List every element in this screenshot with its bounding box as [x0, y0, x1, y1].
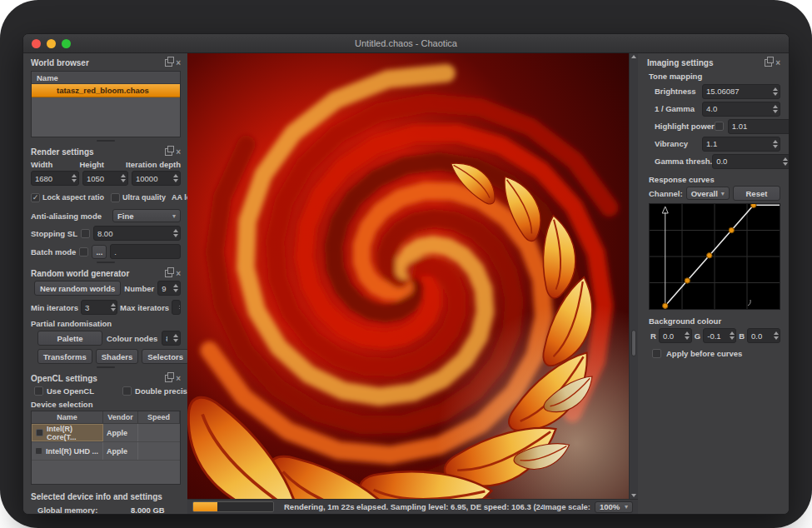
min-iterators-input[interactable]	[82, 301, 109, 314]
stopping-sl-input[interactable]	[94, 227, 171, 240]
spinner-up-icon[interactable]	[173, 284, 178, 287]
batch-path-field[interactable]	[110, 244, 181, 259]
spinner-down-icon[interactable]	[121, 179, 126, 182]
world-browser-list[interactable]: Name tatasz_red_bloom.chaos	[31, 71, 181, 137]
brightness-field[interactable]	[702, 84, 780, 99]
brightness-input[interactable]	[703, 85, 770, 98]
spinner-up-icon[interactable]	[773, 87, 778, 91]
red-input[interactable]	[660, 329, 684, 342]
spinner-down-icon[interactable]	[773, 110, 778, 113]
column-speed[interactable]: Speed	[138, 411, 180, 423]
device-vendor-cell[interactable]: Apple	[103, 424, 138, 441]
gamma-input[interactable]	[703, 102, 770, 116]
highlight-power-input[interactable]	[729, 120, 789, 133]
response-curve-editor[interactable]	[649, 203, 780, 310]
splitter-grip[interactable]	[31, 259, 181, 266]
spinner-up-icon[interactable]	[72, 174, 77, 177]
spinner-up-icon[interactable]	[773, 140, 778, 143]
float-panel-icon[interactable]	[165, 148, 172, 156]
colour-nodes-field[interactable]	[162, 331, 181, 346]
device-speed-cell[interactable]	[138, 442, 180, 460]
close-window-button[interactable]	[32, 39, 41, 48]
device-row[interactable]: Intel(R) UHD ... Apple	[32, 442, 180, 461]
close-panel-icon[interactable]: ×	[176, 270, 181, 277]
batch-path-input[interactable]	[111, 245, 180, 258]
close-panel-icon[interactable]: ×	[775, 59, 780, 67]
width-input[interactable]	[32, 172, 69, 185]
minimize-window-button[interactable]	[47, 39, 56, 48]
close-panel-icon[interactable]: ×	[176, 148, 181, 156]
spinner-down-icon[interactable]	[685, 336, 690, 340]
spinner-down-icon[interactable]	[173, 234, 178, 237]
spinner-down-icon[interactable]	[783, 162, 788, 166]
scroll-up-icon[interactable]	[631, 55, 636, 58]
apply-before-curves-checkbox[interactable]	[652, 349, 661, 358]
world-list-name-header[interactable]: Name	[32, 72, 180, 84]
spinner-down-icon[interactable]	[730, 336, 735, 340]
selectors-button[interactable]: Selectors	[142, 349, 187, 364]
spinner-up-icon[interactable]	[121, 174, 126, 177]
red-field[interactable]	[659, 328, 692, 343]
close-panel-icon[interactable]: ×	[176, 375, 181, 382]
spinner-up-icon[interactable]	[173, 229, 178, 232]
vibrancy-field[interactable]	[702, 137, 780, 152]
spinner-down-icon[interactable]	[111, 308, 116, 311]
min-iterators-field[interactable]	[81, 300, 117, 315]
spinner-up-icon[interactable]	[730, 331, 735, 335]
batch-browse-button[interactable]: ...	[92, 245, 107, 259]
device-table-header[interactable]: Name Vendor Speed	[32, 411, 180, 424]
gamma-thresh-field[interactable]	[712, 154, 789, 169]
max-iterators-input[interactable]	[172, 301, 179, 314]
iteration-depth-field[interactable]	[132, 171, 181, 186]
spinner-down-icon[interactable]	[173, 179, 178, 182]
reset-curve-button[interactable]: Reset	[733, 186, 780, 201]
aa-mode-dropdown[interactable]: Fine ▾	[112, 209, 181, 222]
shaders-button[interactable]: Shaders	[96, 349, 139, 364]
transforms-button[interactable]: Transforms	[37, 349, 92, 364]
column-vendor[interactable]: Vendor	[103, 411, 138, 423]
device-row[interactable]: Intel(R) Core(T... Apple	[32, 424, 180, 442]
float-panel-icon[interactable]	[165, 59, 172, 67]
blue-field[interactable]	[747, 328, 780, 343]
highlight-power-field[interactable]	[728, 119, 789, 134]
spinner-down-icon[interactable]	[773, 92, 778, 96]
spinner-up-icon[interactable]	[173, 334, 178, 337]
close-panel-icon[interactable]: ×	[176, 59, 181, 67]
scrollbar-thumb[interactable]	[631, 330, 636, 356]
vibrancy-input[interactable]	[703, 137, 770, 151]
stopping-sl-field[interactable]	[93, 226, 181, 241]
gamma-thresh-input[interactable]	[713, 155, 780, 168]
iteration-depth-input[interactable]	[132, 172, 171, 185]
spinner-up-icon[interactable]	[685, 331, 690, 335]
device-checkbox[interactable]	[36, 429, 43, 436]
response-curve-plot[interactable]	[650, 204, 780, 309]
spinner-down-icon[interactable]	[173, 339, 178, 342]
use-opencl-checkbox[interactable]	[34, 386, 43, 396]
new-random-worlds-button[interactable]: New random worlds	[34, 281, 121, 296]
stopping-sl-checkbox[interactable]	[81, 229, 90, 238]
device-checkbox[interactable]	[35, 447, 42, 455]
green-input[interactable]	[704, 329, 728, 342]
splitter-grip[interactable]	[31, 137, 181, 144]
blue-input[interactable]	[748, 329, 772, 342]
zoom-window-button[interactable]	[62, 39, 71, 48]
device-table[interactable]: Name Vendor Speed Intel(R) Core(T... App…	[31, 411, 181, 485]
splitter-grip[interactable]	[31, 364, 181, 371]
spinner-up-icon[interactable]	[783, 157, 788, 161]
device-vendor-cell[interactable]: Apple	[103, 442, 138, 460]
height-field[interactable]	[82, 171, 128, 186]
world-list-selected-row[interactable]: tatasz_red_bloom.chaos	[32, 84, 180, 97]
highlight-power-checkbox[interactable]	[715, 122, 724, 131]
spinner-up-icon[interactable]	[179, 303, 181, 306]
float-panel-icon[interactable]	[765, 59, 772, 67]
height-input[interactable]	[83, 172, 118, 185]
lock-aspect-checkbox[interactable]: ✓	[31, 193, 40, 202]
gamma-field[interactable]	[702, 102, 780, 117]
ultra-quality-checkbox[interactable]	[111, 193, 120, 202]
spinner-up-icon[interactable]	[111, 303, 116, 306]
spinner-up-icon[interactable]	[774, 331, 779, 335]
column-name[interactable]: Name	[32, 411, 103, 423]
device-name-cell[interactable]: Intel(R) Core(T...	[32, 424, 103, 441]
device-speed-cell[interactable]	[138, 424, 180, 441]
width-field[interactable]	[31, 171, 79, 186]
